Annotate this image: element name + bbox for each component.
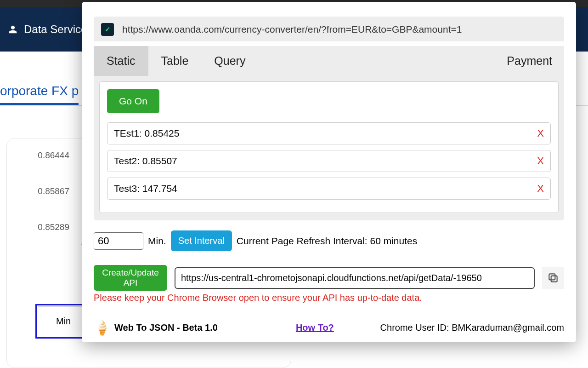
api-url-field[interactable] xyxy=(175,267,535,289)
interval-row: Min. Set Interval Current Page Refresh I… xyxy=(94,230,564,251)
y-tick: 0.85867 xyxy=(33,186,69,196)
site-icon: ✓ xyxy=(101,23,114,36)
entry-list: TEst1: 0.85425 X Test2: 0.85507 X Test3:… xyxy=(107,122,551,200)
min-label: Min. xyxy=(148,236,166,247)
url-display-row: ✓ https://www.oanda.com/currency-convert… xyxy=(94,17,564,41)
entry-row: Test3: 147.754 X xyxy=(107,178,551,200)
set-interval-button[interactable]: Set Interval xyxy=(171,230,232,251)
current-url: https://www.oanda.com/currency-converter… xyxy=(122,24,462,35)
extension-name: Web To JSON - Beta 1.0 xyxy=(114,322,218,333)
user-id-label: Chrome User ID: BMKaraduman@gmail.com xyxy=(380,322,564,333)
entry-label: TEst1: 0.85425 xyxy=(114,128,179,139)
api-row: Create/Update API xyxy=(94,265,564,291)
logo-icon: 🍦 xyxy=(94,320,111,336)
svg-rect-1 xyxy=(549,274,555,280)
tab-static[interactable]: Static xyxy=(94,46,148,76)
svg-rect-0 xyxy=(551,276,557,282)
extension-popup: ✓ https://www.oanda.com/currency-convert… xyxy=(82,2,576,342)
user-icon xyxy=(8,25,17,34)
y-tick: 0.85289 xyxy=(33,222,69,232)
y-axis-labels: 0.86444 0.85867 0.85289 xyxy=(33,150,69,258)
go-on-button[interactable]: Go On xyxy=(107,89,159,113)
tab-container: Static Table Query Payment Go On TEst1: … xyxy=(94,46,564,220)
how-to-link[interactable]: How To? xyxy=(296,322,334,333)
static-tab-content: Go On TEst1: 0.85425 X Test2: 0.85507 X … xyxy=(99,81,559,213)
create-api-button[interactable]: Create/Update API xyxy=(94,265,167,291)
subnav-link[interactable]: orporate FX p xyxy=(0,84,79,105)
entry-label: Test2: 0.85507 xyxy=(114,155,177,167)
popup-footer: 🍦 Web To JSON - Beta 1.0 How To? Chrome … xyxy=(82,320,576,338)
entry-row: Test2: 0.85507 X xyxy=(107,150,551,172)
tab-query[interactable]: Query xyxy=(201,46,258,76)
header-title: Data Service xyxy=(24,23,87,36)
entry-label: Test3: 147.754 xyxy=(114,183,177,194)
warning-text: Please keep your Chrome Browser open to … xyxy=(94,293,564,303)
delete-icon[interactable]: X xyxy=(537,127,544,139)
entry-row: TEst1: 0.85425 X xyxy=(107,122,551,144)
tabs-row: Static Table Query Payment xyxy=(94,46,564,76)
y-tick: 0.86444 xyxy=(33,150,69,161)
interval-status: Current Page Refresh Interval: 60 minute… xyxy=(237,236,417,247)
delete-icon[interactable]: X xyxy=(537,183,544,195)
tab-table[interactable]: Table xyxy=(148,46,202,76)
interval-input[interactable] xyxy=(94,232,143,250)
copy-button[interactable] xyxy=(542,267,564,289)
delete-icon[interactable]: X xyxy=(537,155,544,167)
tab-payment[interactable]: Payment xyxy=(494,46,564,76)
